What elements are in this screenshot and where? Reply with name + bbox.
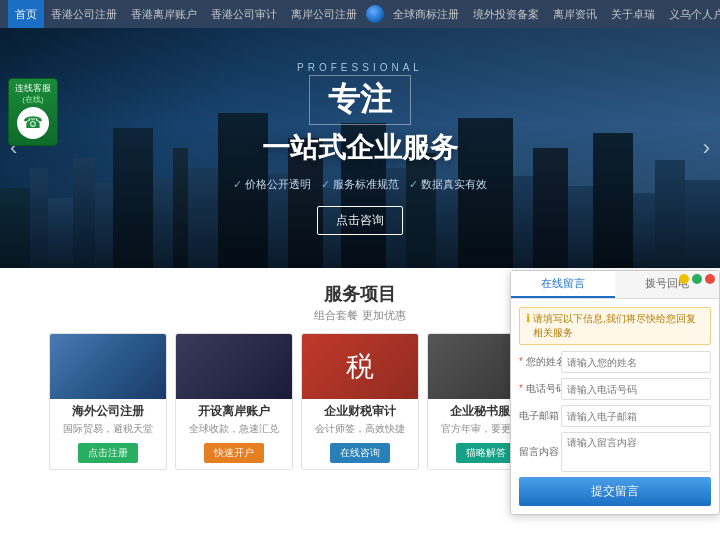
nav-item-about[interactable]: 关于卓瑞 [604,0,662,28]
chat-input-message[interactable] [561,432,711,472]
nav-item-hk-audit[interactable]: 香港公司审计 [204,0,284,28]
chat-input-name[interactable] [561,351,711,373]
nav-items: 首页 香港公司注册 香港离岸账户 香港公司审计 离岸公司注册 全球商标注册 境外… [8,0,720,28]
chat-widget-tabs: 在线留言 拨号回电 [511,271,719,299]
chat-notice: ℹ 请填写以下信息,我们将尽快给您回复相关服务 [519,307,711,345]
service-name-overseas: 海外公司注册 [50,399,166,421]
service-card-account: 开设离岸账户 全球收款，急速汇兑 快速开户 [175,333,293,470]
service-name-audit: 企业财税审计 [302,399,418,421]
info-icon: ℹ [526,312,530,325]
service-btn-account[interactable]: 快速开户 [204,443,264,463]
hero-content: PROFESSIONAL 专注 一站式企业服务 价格公开透明 服务标准规范 数据… [233,62,487,235]
nav-item-yiwu[interactable]: 义乌个人户 [662,0,720,28]
hero-badges: 价格公开透明 服务标准规范 数据真实有效 [233,177,487,192]
chat-label-email: 电子邮箱： [519,409,557,423]
chat-field-message: 留言内容： [519,432,711,472]
service-btn-secretary[interactable]: 猫略解答 [456,443,516,463]
chat-label-phone: * 电话号码： [519,382,557,396]
maximize-button[interactable] [692,274,702,284]
phone-icon: ☎ [17,107,49,139]
service-img-account [176,334,292,399]
chat-input-phone[interactable] [561,378,711,400]
hero-section: 连线客服 (在线) ☎ PROFESSIONAL 专注 一站式企业服务 价格公开… [0,28,720,268]
service-desc-overseas: 国际贸易，避税天堂 [50,421,166,440]
chat-field-phone: * 电话号码： [519,378,711,400]
hero-badge-2: 服务标准规范 [321,177,399,192]
globe-icon [366,5,384,23]
hero-focus-label: 专注 [309,75,411,125]
chat-label-name: * 您的姓名： [519,355,557,369]
live-chat-online-label: (在线) [13,94,53,105]
nav-item-home[interactable]: 首页 [8,0,44,28]
live-chat-label: 连线客服 [13,83,53,94]
hero-next-arrow[interactable]: › [693,135,720,161]
main-nav: 首页 香港公司注册 香港离岸账户 香港公司审计 离岸公司注册 全球商标注册 境外… [0,0,720,28]
hero-professional-label: PROFESSIONAL [233,62,487,73]
chat-tab-message[interactable]: 在线留言 [511,271,615,298]
hero-cta-button[interactable]: 点击咨询 [317,206,403,235]
close-button[interactable] [705,274,715,284]
service-card-overseas: 海外公司注册 国际贸易，避税天堂 点击注册 [49,333,167,470]
chat-body: ℹ 请填写以下信息,我们将尽快给您回复相关服务 * 您的姓名： * 电话号码： … [511,299,719,514]
chat-widget-controls [679,274,715,284]
service-name-account: 开设离岸账户 [176,399,292,421]
service-btn-audit[interactable]: 在线咨询 [330,443,390,463]
nav-item-offshore-reg[interactable]: 离岸公司注册 [284,0,364,28]
live-chat-button[interactable]: 连线客服 (在线) ☎ [8,78,58,146]
chat-label-message: 留言内容： [519,445,557,459]
chat-submit-button[interactable]: 提交留言 [519,477,711,506]
chat-widget: 在线留言 拨号回电 ℹ 请填写以下信息,我们将尽快给您回复相关服务 * 您的姓名… [510,270,720,515]
nav-item-hk-company[interactable]: 香港公司注册 [44,0,124,28]
hero-badge-1: 价格公开透明 [233,177,311,192]
nav-item-hk-account[interactable]: 香港离岸账户 [124,0,204,28]
service-img-audit: 税 [302,334,418,399]
nav-item-investment[interactable]: 境外投资备案 [466,0,546,28]
chat-field-name: * 您的姓名： [519,351,711,373]
service-desc-account: 全球收款，急速汇兑 [176,421,292,440]
chat-input-email[interactable] [561,405,711,427]
minimize-button[interactable] [679,274,689,284]
chat-field-email: 电子邮箱： [519,405,711,427]
hero-badge-3: 数据真实有效 [409,177,487,192]
nav-item-trademark[interactable]: 全球商标注册 [386,0,466,28]
service-card-audit: 税 企业财税审计 会计师签，高效快捷 在线咨询 [301,333,419,470]
nav-item-news[interactable]: 离岸资讯 [546,0,604,28]
service-btn-overseas[interactable]: 点击注册 [78,443,138,463]
service-img-overseas [50,334,166,399]
service-desc-audit: 会计师签，高效快捷 [302,421,418,440]
hero-main-title: 一站式企业服务 [233,129,487,167]
